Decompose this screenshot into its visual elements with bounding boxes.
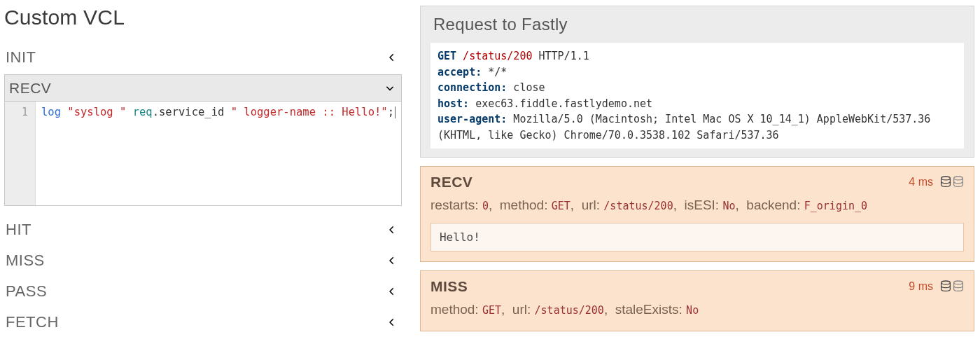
database-icon [940,176,964,188]
section-pass-label: PASS [6,282,47,301]
phases-container: RECV4 msrestarts: 0, method: GET, url: /… [420,166,974,331]
phase-props: method: GET, url: /status/200, staleExis… [430,299,964,320]
chevron-left-icon [386,224,398,235]
chevron-down-icon [384,83,396,94]
database-icon [940,280,964,293]
phase-log: Hello! [430,223,964,252]
chevron-left-icon [386,52,398,63]
section-init[interactable]: INIT [4,42,402,73]
svg-point-2 [941,281,951,284]
section-recv-label: RECV [9,80,51,97]
section-pass[interactable]: PASS [4,276,402,307]
section-hit[interactable]: HIT [4,214,402,245]
section-fetch-label: FETCH [6,313,59,331]
request-panel: Request to Fastly GET /status/200 HTTP/1… [420,6,974,158]
section-miss[interactable]: MISS [4,245,402,276]
left-pane: Custom VCL INIT RECV 1 log "syslog " req… [0,0,407,351]
request-panel-title: Request to Fastly [433,15,964,34]
editor-code[interactable]: log "syslog " req.service_id " logger-na… [36,102,401,205]
phase-title: MISS [430,278,468,295]
section-recv-header[interactable]: RECV [5,75,401,102]
chevron-left-icon [386,286,398,297]
phase-props: restarts: 0, method: GET, url: /status/2… [430,195,964,216]
section-recv: RECV 1 log "syslog " req.service_id " lo… [4,74,402,206]
chevron-left-icon [386,317,398,328]
request-body: GET /status/200 HTTP/1.1accept: */*conne… [430,43,964,149]
section-init-label: INIT [6,48,36,67]
svg-point-3 [954,281,963,284]
phase-title: RECV [430,174,472,191]
phase-recv: RECV4 msrestarts: 0, method: GET, url: /… [420,166,974,262]
right-pane: Request to Fastly GET /status/200 HTTP/1… [407,0,980,351]
section-hit-label: HIT [6,221,31,239]
chevron-left-icon [386,255,398,266]
svg-point-0 [941,177,951,180]
section-miss-label: MISS [6,252,45,270]
code-editor[interactable]: 1 log "syslog " req.service_id " logger-… [5,102,401,205]
section-fetch[interactable]: FETCH [4,307,402,338]
phase-time: 9 ms [909,280,933,293]
phase-miss: MISS9 msmethod: GET, url: /status/200, s… [420,270,974,331]
svg-point-1 [954,177,963,180]
phase-time: 4 ms [909,176,933,188]
page-title: Custom VCL [4,6,402,29]
editor-gutter: 1 [5,102,36,205]
